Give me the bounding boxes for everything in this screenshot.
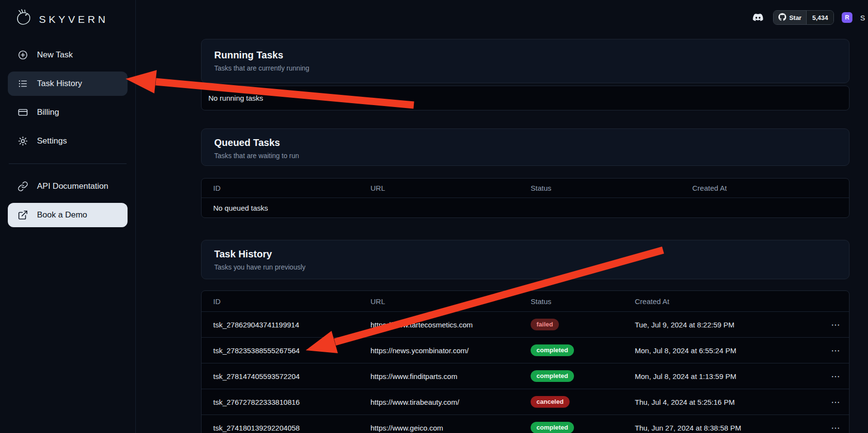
link-icon: [17, 180, 29, 192]
status-badge: canceled: [531, 396, 570, 408]
row-menu-button[interactable]: ⋯: [829, 345, 842, 356]
sidebar: SKYVERN New Task Task History Billing S: [0, 0, 136, 433]
column-header-id: ID: [213, 184, 370, 192]
sidebar-item-label: New Task: [37, 50, 73, 60]
column-header-created-at: Created At: [692, 184, 837, 192]
credit-card-icon: [17, 107, 29, 118]
sidebar-item-label: Billing: [37, 108, 59, 117]
gear-icon: [17, 135, 29, 147]
task-id: tsk_278235388555267564: [213, 346, 370, 355]
queued-tasks-table: ID URL Status Created At No queued tasks: [201, 178, 850, 218]
task-url: https://www.tartecosmetics.com: [370, 321, 531, 329]
column-header-id: ID: [213, 297, 370, 306]
history-table-header-row: ID URL Status Created At: [202, 291, 849, 311]
brand-name: SKYVERN: [39, 14, 108, 25]
row-menu-button[interactable]: ⋯: [829, 371, 842, 382]
running-tasks-title: Running Tasks: [214, 50, 836, 61]
row-menu-button[interactable]: ⋯: [829, 397, 842, 408]
github-star-label: Star: [789, 14, 801, 21]
sidebar-item-label: API Documentation: [37, 181, 108, 191]
running-tasks-header: Running Tasks Tasks that are currently r…: [201, 39, 850, 83]
list-icon: [17, 78, 29, 90]
status-badge: completed: [531, 370, 574, 382]
sidebar-item-label: Task History: [37, 79, 82, 89]
sidebar-item-settings[interactable]: Settings: [8, 129, 128, 153]
sidebar-item-label: Book a Demo: [37, 210, 87, 220]
topbar: Star 5,434 R S: [751, 9, 865, 26]
task-url: https://news.ycombinator.com/: [370, 346, 531, 355]
sidebar-item-label: Settings: [37, 136, 67, 146]
status-badge: completed: [531, 422, 574, 433]
task-history-header: Task History Tasks you have run previous…: [201, 240, 850, 279]
column-header-status: Status: [531, 297, 635, 306]
row-menu-button[interactable]: ⋯: [829, 422, 842, 433]
plus-circle-icon: [17, 49, 29, 61]
github-star-count: 5,434: [806, 11, 833, 24]
avatar[interactable]: R: [842, 12, 852, 23]
task-id: tsk_278629043741199914: [213, 321, 370, 329]
sidebar-nav: New Task Task History Billing Settings: [0, 43, 135, 227]
table-row[interactable]: tsk_278147405593572204 https://www.findi…: [202, 363, 849, 389]
task-url: https://www.finditparts.com: [370, 372, 531, 380]
sidebar-item-task-history[interactable]: Task History: [8, 72, 128, 96]
task-id: tsk_274180139292204058: [213, 424, 370, 432]
task-id: tsk_276727822333810816: [213, 398, 370, 406]
task-created-at: Mon, Jul 8, 2024 at 6:55:24 PM: [635, 346, 829, 355]
github-icon: [778, 13, 786, 22]
table-row[interactable]: tsk_274180139292204058 https://www.geico…: [202, 415, 849, 433]
task-created-at: Thu, Jul 4, 2024 at 5:25:16 PM: [635, 398, 829, 406]
task-id: tsk_278147405593572204: [213, 372, 370, 380]
table-row[interactable]: tsk_278235388555267564 https://news.ycom…: [202, 337, 849, 363]
running-tasks-empty: No running tasks: [201, 86, 850, 110]
column-header-created-at: Created At: [635, 297, 829, 306]
queued-tasks-title: Queued Tasks: [214, 137, 836, 148]
task-created-at: Thu, Jun 27, 2024 at 8:38:58 PM: [635, 424, 829, 432]
github-star-button[interactable]: Star 5,434: [773, 10, 834, 25]
user-name-clipped: S: [860, 14, 865, 22]
skyvern-logo: [13, 8, 34, 31]
table-row[interactable]: tsk_276727822333810816 https://www.tirab…: [202, 389, 849, 415]
table-row[interactable]: tsk_278629043741199914 https://www.tarte…: [202, 311, 849, 337]
sidebar-item-book-a-demo[interactable]: Book a Demo: [8, 203, 128, 227]
queued-table-header-row: ID URL Status Created At: [202, 179, 849, 198]
task-url: https://www.geico.com: [370, 424, 531, 432]
column-header-url: URL: [370, 184, 531, 192]
sidebar-item-new-task[interactable]: New Task: [8, 43, 128, 67]
task-created-at: Mon, Jul 8, 2024 at 1:13:59 PM: [635, 372, 829, 380]
queued-tasks-empty: No queued tasks: [202, 198, 849, 217]
column-header-url: URL: [370, 297, 531, 306]
task-history-subtitle: Tasks you have run previously: [214, 263, 836, 271]
sidebar-item-billing[interactable]: Billing: [8, 100, 128, 125]
column-header-status: Status: [531, 184, 692, 192]
task-history-table: ID URL Status Created At tsk_27862904374…: [201, 290, 850, 433]
discord-icon[interactable]: [751, 12, 765, 23]
running-tasks-subtitle: Tasks that are currently running: [214, 64, 836, 72]
sidebar-divider: [9, 163, 127, 164]
queued-tasks-header: Queued Tasks Tasks that are waiting to r…: [201, 128, 850, 166]
status-badge: completed: [531, 344, 574, 356]
task-url: https://www.tirabeauty.com/: [370, 398, 531, 406]
sidebar-item-api-documentation[interactable]: API Documentation: [8, 174, 128, 198]
status-badge: failed: [531, 319, 559, 330]
task-history-title: Task History: [214, 249, 836, 260]
task-created-at: Tue, Jul 9, 2024 at 8:22:59 PM: [635, 321, 829, 329]
row-menu-button[interactable]: ⋯: [829, 319, 842, 330]
external-link-icon: [17, 209, 29, 221]
queued-tasks-subtitle: Tasks that are waiting to run: [214, 152, 836, 160]
brand-link[interactable]: SKYVERN: [0, 0, 135, 36]
